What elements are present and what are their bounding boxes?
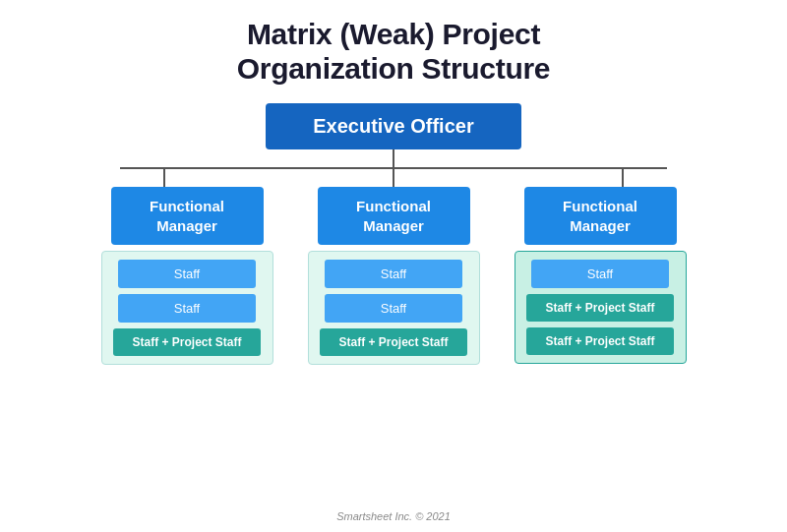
- page-wrapper: Matrix (Weak) Project Organization Struc…: [0, 0, 787, 532]
- staff-1-2: Staff: [118, 294, 256, 323]
- org-chart: Executive Officer FunctionalManager Staf…: [20, 103, 767, 504]
- col-v-line-1: [163, 167, 165, 187]
- func-manager-2: FunctionalManager: [318, 187, 470, 245]
- columns-row: FunctionalManager Staff Staff Staff + Pr…: [49, 187, 738, 365]
- exec-connector-down: [393, 149, 394, 167]
- func-manager-1: FunctionalManager: [111, 187, 264, 245]
- col-v-line-3: [622, 167, 624, 187]
- column-1: FunctionalManager Staff Staff Staff + Pr…: [84, 187, 290, 365]
- staff-2-1: Staff: [325, 260, 462, 288]
- col-v-line-2: [393, 167, 394, 187]
- staff-3-1: Staff: [531, 260, 669, 288]
- page-title: Matrix (Weak) Project Organization Struc…: [237, 18, 550, 86]
- func-manager-3: FunctionalManager: [524, 187, 677, 245]
- columns-connector-row: [49, 167, 738, 187]
- project-staff-1: Staff + Project Staff: [113, 328, 261, 356]
- project-staff-2: Staff + Project Staff: [320, 328, 467, 356]
- executive-officer-box: Executive Officer: [266, 103, 521, 149]
- column-2: FunctionalManager Staff Staff Staff + Pr…: [290, 187, 497, 365]
- group-box-1: Staff Staff Staff + Project Staff: [101, 251, 273, 365]
- staff-1-1: Staff: [118, 260, 256, 288]
- group-box-3: Staff Staff + Project Staff Staff + Proj…: [515, 251, 687, 364]
- footer: Smartsheet Inc. © 2021: [336, 510, 451, 522]
- column-3: FunctionalManager Staff Staff + Project …: [497, 187, 703, 364]
- staff-2-2: Staff: [325, 294, 462, 323]
- project-staff-3-2: Staff + Project Staff: [526, 327, 674, 355]
- project-staff-3-1: Staff + Project Staff: [526, 294, 674, 322]
- group-box-2: Staff Staff Staff + Project Staff: [308, 251, 480, 365]
